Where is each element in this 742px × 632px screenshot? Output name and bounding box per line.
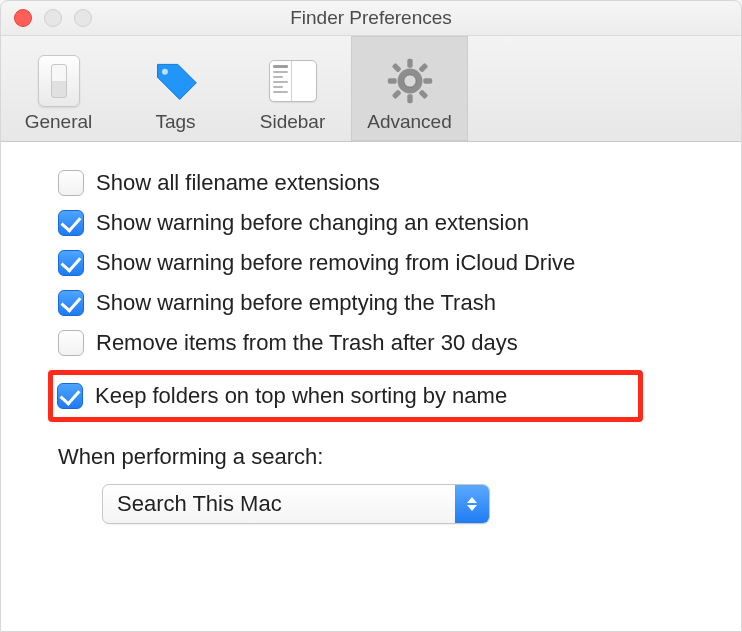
option-folders-on-top: Keep folders on top when sorting by name xyxy=(57,383,630,409)
tab-general[interactable]: General xyxy=(0,36,117,141)
tab-label: Sidebar xyxy=(260,111,326,133)
minimize-window-button[interactable] xyxy=(44,9,62,27)
option-warn-icloud-remove: Show warning before removing from iCloud… xyxy=(58,250,712,276)
search-scope-select[interactable]: Search This Mac xyxy=(102,484,490,524)
stepper-arrows-icon xyxy=(455,485,489,523)
close-window-button[interactable] xyxy=(14,9,32,27)
option-label: Show all filename extensions xyxy=(96,170,380,196)
svg-rect-3 xyxy=(407,94,412,103)
advanced-pane: Show all filename extensions Show warnin… xyxy=(0,142,742,554)
option-label: Show warning before removing from iCloud… xyxy=(96,250,575,276)
tab-label: Advanced xyxy=(367,111,452,133)
window-controls xyxy=(0,9,92,27)
switch-icon xyxy=(35,57,83,105)
titlebar: Finder Preferences xyxy=(0,0,742,36)
tab-label: General xyxy=(25,111,93,133)
checkbox-warn-empty-trash[interactable] xyxy=(58,290,84,316)
option-label: Keep folders on top when sorting by name xyxy=(95,383,507,409)
tab-tags[interactable]: Tags xyxy=(117,36,234,141)
svg-rect-9 xyxy=(391,89,401,99)
svg-rect-5 xyxy=(423,78,432,83)
svg-rect-6 xyxy=(391,63,401,73)
highlight-annotation: Keep folders on top when sorting by name xyxy=(48,370,643,422)
sidebar-icon xyxy=(269,57,317,105)
preferences-toolbar: General Tags Sidebar xyxy=(0,36,742,142)
svg-rect-8 xyxy=(418,63,428,73)
checkbox-auto-empty-trash[interactable] xyxy=(58,330,84,356)
checkbox-show-extensions[interactable] xyxy=(58,170,84,196)
checkbox-folders-on-top[interactable] xyxy=(57,383,83,409)
svg-point-0 xyxy=(161,69,167,75)
gear-icon xyxy=(386,57,434,105)
option-auto-empty-trash: Remove items from the Trash after 30 day… xyxy=(58,330,712,356)
svg-rect-4 xyxy=(387,78,396,83)
search-section-label: When performing a search: xyxy=(58,444,712,470)
zoom-window-button[interactable] xyxy=(74,9,92,27)
tab-label: Tags xyxy=(155,111,195,133)
svg-rect-2 xyxy=(407,59,412,68)
option-warn-empty-trash: Show warning before emptying the Trash xyxy=(58,290,712,316)
option-show-extensions: Show all filename extensions xyxy=(58,170,712,196)
option-label: Show warning before changing an extensio… xyxy=(96,210,529,236)
tag-icon xyxy=(152,57,200,105)
option-warn-extension-change: Show warning before changing an extensio… xyxy=(58,210,712,236)
checkbox-warn-icloud-remove[interactable] xyxy=(58,250,84,276)
window-title: Finder Preferences xyxy=(0,7,742,29)
checkbox-warn-extension-change[interactable] xyxy=(58,210,84,236)
tab-advanced[interactable]: Advanced xyxy=(351,36,468,141)
option-label: Remove items from the Trash after 30 day… xyxy=(96,330,518,356)
svg-rect-7 xyxy=(418,89,428,99)
select-value: Search This Mac xyxy=(103,491,455,517)
tab-sidebar[interactable]: Sidebar xyxy=(234,36,351,141)
option-label: Show warning before emptying the Trash xyxy=(96,290,496,316)
